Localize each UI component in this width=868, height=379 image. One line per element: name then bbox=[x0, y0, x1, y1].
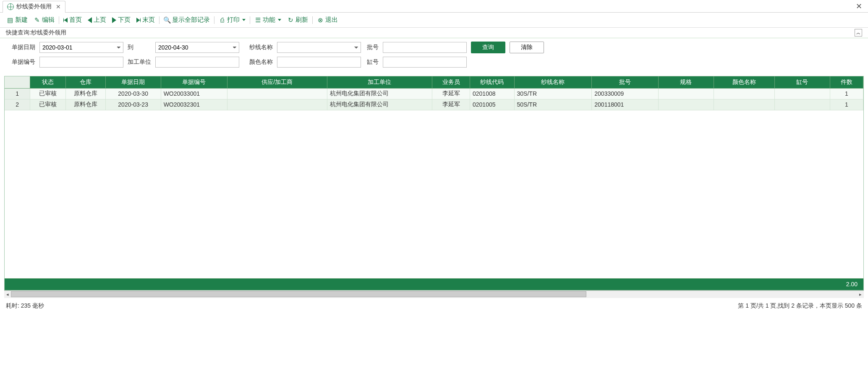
cell[interactable]: 李延军 bbox=[432, 88, 470, 99]
col-proc-unit[interactable]: 加工单位 bbox=[327, 76, 432, 88]
refresh-icon: ↻ bbox=[287, 17, 294, 24]
globe-icon bbox=[7, 3, 14, 10]
refresh-button[interactable]: ↻ 刷新 bbox=[285, 15, 311, 25]
cell[interactable] bbox=[714, 88, 774, 99]
col-status[interactable]: 状态 bbox=[30, 76, 65, 88]
date-to-input[interactable] bbox=[155, 42, 239, 53]
table-row[interactable]: 2已审核原料仓库2020-03-23WO20032301杭州电化集团有限公司李延… bbox=[5, 99, 863, 110]
cell[interactable]: 2020-03-23 bbox=[105, 99, 161, 110]
col-supplier[interactable]: 供应/加工商 bbox=[227, 76, 327, 88]
col-yarn-code[interactable]: 纱线代码 bbox=[470, 76, 514, 88]
cell[interactable]: 2020-03-30 bbox=[105, 88, 161, 99]
function-button[interactable]: ☰ 功能 bbox=[252, 15, 284, 25]
print-button[interactable]: ⎙ 打印 bbox=[216, 15, 248, 25]
label-vat-no: 缸号 bbox=[365, 58, 379, 66]
cell[interactable]: 1 bbox=[5, 88, 30, 99]
scroll-right-icon[interactable]: ▸ bbox=[857, 292, 864, 297]
separator bbox=[159, 16, 159, 24]
col-color-name[interactable]: 颜色名称 bbox=[714, 76, 774, 88]
cell[interactable]: 已审核 bbox=[30, 99, 65, 110]
col-pieces[interactable]: 件数 bbox=[830, 76, 863, 88]
scroll-left-icon[interactable]: ◂ bbox=[4, 292, 11, 297]
scroll-track[interactable] bbox=[11, 291, 857, 297]
cell[interactable]: 0201008 bbox=[470, 88, 514, 99]
cell[interactable]: WO20032301 bbox=[161, 99, 227, 110]
prev-page-button[interactable]: 上页 bbox=[85, 15, 109, 25]
col-batch[interactable]: 批号 bbox=[592, 76, 658, 88]
col-vat-no[interactable]: 缸号 bbox=[774, 76, 830, 88]
date-from-input[interactable] bbox=[39, 42, 123, 53]
close-tab-icon[interactable]: ✕ bbox=[56, 3, 61, 10]
cell[interactable]: 原料仓库 bbox=[65, 88, 105, 99]
chevron-down-icon bbox=[242, 19, 246, 21]
col-doc-no[interactable]: 单据编号 bbox=[161, 76, 227, 88]
prev-icon bbox=[88, 17, 92, 23]
proc-unit-input[interactable] bbox=[155, 57, 239, 68]
col-salesman[interactable]: 业务员 bbox=[432, 76, 470, 88]
grid-body: 1已审核原料仓库2020-03-30WO20033001杭州电化集团有限公司李延… bbox=[5, 88, 863, 110]
cell[interactable]: 2 bbox=[5, 99, 30, 110]
cell[interactable] bbox=[714, 99, 774, 110]
exit-button[interactable]: ⊗ 退出 bbox=[314, 15, 340, 25]
table-row[interactable]: 1已审核原料仓库2020-03-30WO20033001杭州电化集团有限公司李延… bbox=[5, 88, 863, 99]
tab-active[interactable]: 纱线委外领用 ✕ bbox=[3, 1, 65, 13]
col-doc-date[interactable]: 单据日期 bbox=[105, 76, 161, 88]
close-window-icon[interactable]: ✕ bbox=[852, 2, 865, 11]
cell[interactable] bbox=[227, 99, 327, 110]
col-yarn-name[interactable]: 纱线名称 bbox=[514, 76, 592, 88]
scroll-thumb[interactable] bbox=[11, 291, 586, 297]
label-doc-date: 单据日期 bbox=[6, 44, 35, 51]
cell[interactable]: 原料仓库 bbox=[65, 99, 105, 110]
cell[interactable] bbox=[658, 88, 714, 99]
cell[interactable]: 0201005 bbox=[470, 99, 514, 110]
next-page-button[interactable]: 下页 bbox=[110, 15, 133, 25]
cell[interactable]: 1 bbox=[830, 88, 863, 99]
cell[interactable]: 李延军 bbox=[432, 99, 470, 110]
show-all-button[interactable]: 🔍 显示全部记录 bbox=[161, 15, 212, 25]
cell[interactable]: 200330009 bbox=[592, 88, 658, 99]
last-page-button[interactable]: 末页 bbox=[134, 15, 157, 25]
print-label: 打印 bbox=[227, 16, 240, 24]
clear-button[interactable]: 清除 bbox=[510, 42, 544, 53]
vat-no-input[interactable] bbox=[383, 57, 467, 68]
cell[interactable]: 杭州电化集团有限公司 bbox=[327, 99, 432, 110]
edit-button[interactable]: ✎ 编辑 bbox=[31, 15, 57, 25]
new-button[interactable]: ▤ 新建 bbox=[4, 15, 30, 25]
cell[interactable] bbox=[774, 99, 830, 110]
separator bbox=[214, 16, 214, 24]
cell[interactable]: WO20033001 bbox=[161, 88, 227, 99]
summary-row: 2.00 bbox=[5, 278, 863, 290]
doc-no-input[interactable] bbox=[39, 57, 123, 68]
label-proc-unit: 加工单位 bbox=[128, 58, 151, 66]
color-name-input[interactable] bbox=[277, 57, 361, 68]
next-label: 下页 bbox=[118, 16, 131, 24]
rownum-header bbox=[5, 76, 30, 88]
cell[interactable]: 杭州电化集团有限公司 bbox=[327, 88, 432, 99]
cell[interactable]: 1 bbox=[830, 99, 863, 110]
first-page-button[interactable]: 首页 bbox=[61, 15, 84, 25]
cell[interactable] bbox=[774, 88, 830, 99]
query-button[interactable]: 查询 bbox=[471, 42, 505, 53]
edit-label: 编辑 bbox=[42, 16, 55, 24]
grid-empty-area bbox=[5, 110, 863, 278]
cell[interactable] bbox=[227, 88, 327, 99]
new-label: 新建 bbox=[15, 16, 28, 24]
cell[interactable]: 30S/TR bbox=[514, 88, 592, 99]
cell[interactable]: 200118001 bbox=[592, 99, 658, 110]
filter-row-2: 单据编号 加工单位 颜色名称 缸号 bbox=[6, 57, 862, 68]
cell[interactable]: 50S/TR bbox=[514, 99, 592, 110]
col-warehouse[interactable]: 仓库 bbox=[65, 76, 105, 88]
label-batch: 批号 bbox=[365, 44, 379, 51]
show-all-label: 显示全部记录 bbox=[172, 16, 210, 24]
separator bbox=[59, 16, 59, 24]
cell[interactable]: 已审核 bbox=[30, 88, 65, 99]
yarn-name-input[interactable] bbox=[277, 42, 361, 53]
col-spec[interactable]: 规格 bbox=[658, 76, 714, 88]
horizontal-scrollbar[interactable]: ◂ ▸ bbox=[4, 290, 864, 298]
label-to: 到 bbox=[128, 44, 151, 51]
cell[interactable] bbox=[658, 99, 714, 110]
collapse-button[interactable]: ︽ bbox=[855, 29, 862, 37]
data-grid[interactable]: 状态 仓库 单据日期 单据编号 供应/加工商 加工单位 业务员 纱线代码 纱线名… bbox=[5, 76, 863, 110]
document-icon: ▤ bbox=[7, 17, 13, 24]
batch-input[interactable] bbox=[383, 42, 467, 53]
